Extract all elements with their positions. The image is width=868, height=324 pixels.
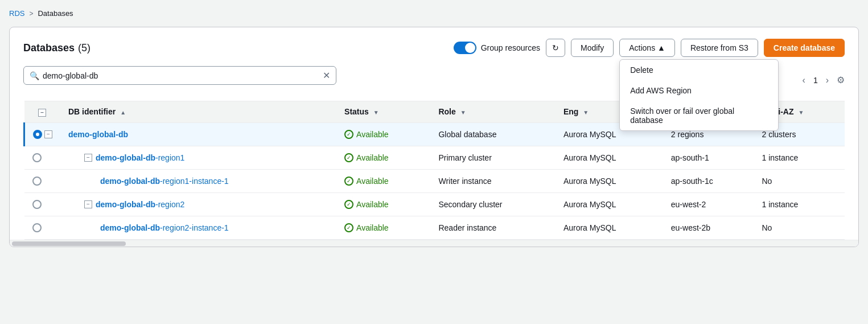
row4-expand-icon[interactable]: −	[84, 200, 92, 208]
col-radio-header: −	[24, 101, 61, 123]
search-icon: 🔍	[30, 71, 39, 80]
dropdown-switch-over[interactable]: Switch over or fail over global database	[620, 101, 778, 130]
card-title-group: Databases (5)	[23, 42, 90, 54]
table-row[interactable]: − demo-global-db-region1 ✓ Available Pri…	[24, 146, 845, 169]
search-clear-icon[interactable]: ✕	[323, 70, 330, 81]
row1-identifier-link[interactable]: demo-global-db	[68, 130, 128, 139]
sort-role-icon: ▼	[460, 109, 466, 116]
row3-engine-cell: Aurora MySQL	[556, 169, 663, 192]
row2-multiaz-cell: 1 instance	[754, 146, 845, 169]
row5-identifier-link[interactable]: demo-global-db-region2-instance-1	[100, 223, 229, 232]
row4-status-cell: ✓ Available	[336, 192, 430, 216]
row2-radio-cell	[24, 146, 61, 169]
dropdown-add-region[interactable]: Add AWS Region	[620, 80, 778, 101]
refresh-button[interactable]: ↻	[546, 39, 565, 57]
header-actions: Group resources ↻ Modify Actions ▲ Delet…	[454, 39, 845, 57]
expand-all-icon[interactable]: −	[38, 109, 46, 117]
sort-engine-icon: ▼	[583, 109, 589, 116]
row5-radio[interactable]	[32, 223, 42, 232]
row1-expand-icon[interactable]: −	[44, 130, 52, 138]
row2-status: ✓ Available	[344, 153, 422, 162]
sort-status-icon: ▼	[373, 109, 379, 116]
create-database-button[interactable]: Create database	[764, 39, 845, 57]
table-body: − demo-global-db ✓ Available Glo	[24, 122, 845, 239]
dropdown-delete[interactable]: Delete	[620, 60, 778, 80]
row2-status-text: Available	[356, 153, 389, 162]
row5-identifier-cell: demo-global-db-region2-instance-1	[60, 216, 336, 239]
row4-engine-cell: Aurora MySQL	[556, 192, 663, 216]
row3-status-cell: ✓ Available	[336, 169, 430, 192]
table-row[interactable]: demo-global-db-region1-instance-1 ✓ Avai…	[24, 169, 845, 192]
row1-status-text: Available	[356, 130, 389, 139]
row2-expand-icon[interactable]: −	[84, 154, 92, 162]
databases-title: Databases	[23, 42, 75, 54]
table-row[interactable]: − demo-global-db-region2 ✓ Available Sec…	[24, 192, 845, 216]
group-resources-label: Group resources	[481, 43, 540, 52]
search-bar: 🔍 ✕	[23, 66, 336, 85]
row2-identifier-link[interactable]: demo-global-db-region1	[96, 153, 184, 162]
row4-identifier-cell: − demo-global-db-region2	[60, 192, 336, 216]
next-page-button[interactable]: ›	[822, 74, 832, 87]
row3-identifier-cell: demo-global-db-region1-instance-1	[60, 169, 336, 192]
col-role-header[interactable]: Role ▼	[430, 101, 555, 123]
row4-status-text: Available	[356, 200, 389, 209]
row2-identifier-cell: − demo-global-db-region1	[60, 146, 336, 169]
row4-radio-cell	[24, 192, 61, 216]
row1-radio-cell: −	[24, 122, 61, 146]
settings-icon[interactable]: ⚙	[837, 75, 845, 85]
row4-multiaz-cell: 1 instance	[754, 192, 845, 216]
row5-size-cell: eu-west-2b	[663, 216, 754, 239]
row3-role-cell: Writer instance	[430, 169, 555, 192]
row4-size-cell: eu-west-2	[663, 192, 754, 216]
row3-status-icon: ✓	[344, 177, 353, 186]
card-header: Databases (5) Group resources ↻ Modify A…	[23, 39, 845, 57]
row3-identifier-link[interactable]: demo-global-db-region1-instance-1	[100, 177, 229, 186]
row5-radio-cell	[24, 216, 61, 239]
table-row[interactable]: demo-global-db-region2-instance-1 ✓ Avai…	[24, 216, 845, 239]
row5-status-cell: ✓ Available	[336, 216, 430, 239]
row2-status-icon: ✓	[344, 153, 353, 162]
scrollbar-thumb[interactable]	[12, 241, 126, 246]
search-input[interactable]	[43, 71, 323, 80]
row5-role-cell: Reader instance	[430, 216, 555, 239]
row5-engine-cell: Aurora MySQL	[556, 216, 663, 239]
row4-radio[interactable]	[32, 200, 42, 209]
restore-s3-button[interactable]: Restore from S3	[681, 39, 758, 57]
modify-button[interactable]: Modify	[571, 39, 614, 57]
row4-identifier-link[interactable]: demo-global-db-region2	[96, 200, 184, 209]
row3-radio[interactable]	[32, 177, 42, 186]
row5-status: ✓ Available	[344, 223, 422, 232]
sort-multiaz-icon: ▼	[798, 109, 804, 116]
group-resources-toggle-group: Group resources	[454, 42, 540, 54]
col-db-identifier-header[interactable]: DB identifier ▲	[60, 101, 336, 123]
row1-radio[interactable]	[33, 130, 42, 139]
breadcrumb-rds-link[interactable]: RDS	[9, 9, 24, 18]
prev-page-button[interactable]: ‹	[799, 74, 809, 87]
row2-role-cell: Primary cluster	[430, 146, 555, 169]
pagination: ‹ 1 › ⚙	[799, 74, 845, 87]
actions-button[interactable]: Actions ▲	[619, 39, 675, 57]
row3-status-text: Available	[356, 177, 389, 186]
row5-status-text: Available	[356, 223, 389, 232]
row1-status: ✓ Available	[344, 130, 422, 139]
row2-radio[interactable]	[32, 153, 42, 162]
row3-radio-cell	[24, 169, 61, 192]
main-card: Databases (5) Group resources ↻ Modify A…	[9, 27, 859, 247]
row3-status: ✓ Available	[344, 177, 422, 186]
row5-multiaz-cell: No	[754, 216, 845, 239]
actions-dropdown: Delete Add AWS Region Switch over or fai…	[619, 59, 779, 131]
row4-role-cell: Secondary cluster	[430, 192, 555, 216]
page-container: RDS > Databases Databases (5) Group reso…	[0, 0, 868, 324]
row5-status-icon: ✓	[344, 223, 353, 232]
group-resources-toggle[interactable]	[454, 42, 476, 54]
row2-engine-cell: Aurora MySQL	[556, 146, 663, 169]
col-status-header[interactable]: Status ▼	[336, 101, 430, 123]
row1-identifier-cell: demo-global-db	[60, 122, 336, 146]
actions-wrapper: Actions ▲ Delete Add AWS Region Switch o…	[619, 39, 675, 57]
horizontal-scrollbar[interactable]	[10, 240, 858, 247]
row1-status-cell: ✓ Available	[336, 122, 430, 146]
breadcrumb-current: Databases	[38, 9, 73, 18]
row4-status-icon: ✓	[344, 200, 353, 209]
row2-status-cell: ✓ Available	[336, 146, 430, 169]
breadcrumb: RDS > Databases	[9, 9, 859, 18]
